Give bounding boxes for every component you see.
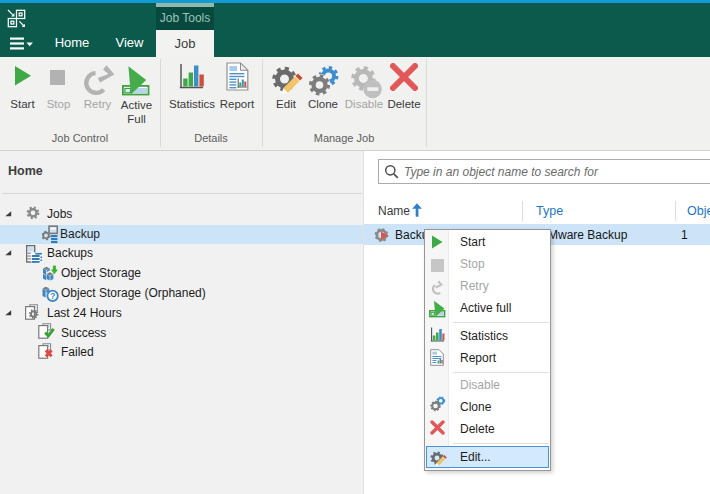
svg-text:?: ? (50, 291, 55, 301)
